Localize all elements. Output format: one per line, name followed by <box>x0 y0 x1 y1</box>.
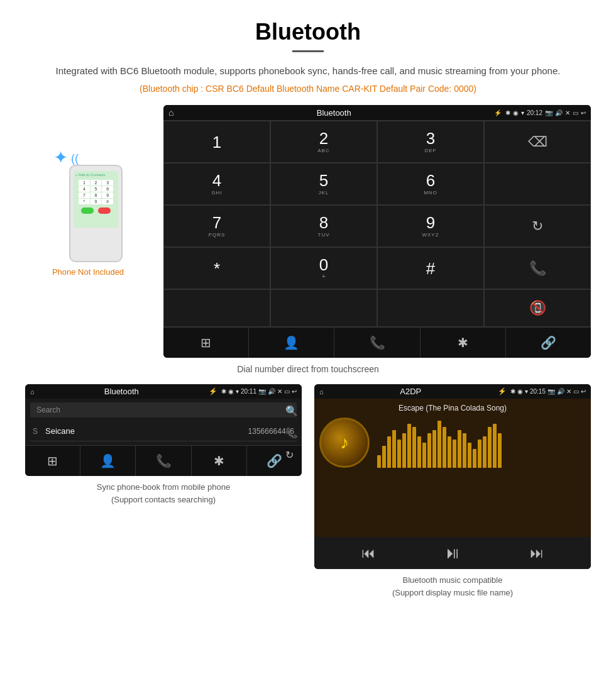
dial-key-end-red[interactable]: 📵 <box>484 289 591 327</box>
window-icon[interactable]: ▭ <box>573 109 578 116</box>
call-icon-bottom-btn[interactable]: 📞 <box>334 328 420 358</box>
usb-icon-pb: ⚡ <box>209 387 217 396</box>
close-icon[interactable]: ✕ <box>565 109 570 116</box>
eq-bar-2 <box>387 436 391 468</box>
dial-key-4[interactable]: 4GHI <box>163 163 270 205</box>
search-side-icon[interactable]: 🔍 <box>285 405 298 417</box>
phonebook-content: Search S Seicane 13566664466 🔍 📞 ↻ <box>25 399 302 445</box>
dial-key-3[interactable]: 3DEF <box>377 121 484 163</box>
end-call-icon: 📵 <box>529 300 546 316</box>
dial-key-8[interactable]: 8TUV <box>270 205 377 247</box>
contact-name: Seicane <box>45 426 243 436</box>
win-pb-icon[interactable]: ▭ <box>284 388 290 395</box>
backspace-icon: ⌫ <box>528 134 547 150</box>
bt-phone-graphic: ✦ (( + Add to Contacts 123 456 789 *0# <box>53 143 123 262</box>
grid-icon: ⊞ <box>47 453 58 468</box>
dial-key-2[interactable]: 2ABC <box>270 121 377 163</box>
back-music-icon[interactable]: ↩ <box>581 388 586 395</box>
dial-num-*: * <box>214 260 220 277</box>
grid-icon-bottom-btn[interactable]: ⊞ <box>25 446 80 476</box>
phone-call-button <box>81 207 94 214</box>
cam-pb-icon: 📷 <box>258 388 266 395</box>
bottom-screenshots-row: ⌂ Bluetooth ⚡ ✱ ◉ ▾ 20:11 📷 🔊 ✕ ▭ ↩ <box>25 384 591 599</box>
bt-status-icon: ✱ <box>505 109 510 116</box>
eq-bar-24 <box>498 433 502 468</box>
eq-bar-14 <box>448 436 451 468</box>
dial-key-9[interactable]: 9WXYZ <box>377 205 484 247</box>
link-icon: 🔗 <box>267 453 282 468</box>
wifi-music-icon: ▾ <box>525 388 528 395</box>
eq-bar-10 <box>427 433 431 468</box>
refresh-icon: ↻ <box>532 218 543 235</box>
contact-row[interactable]: S Seicane 13566664466 <box>30 421 297 441</box>
search-bar[interactable]: Search <box>30 402 297 418</box>
call-icon: 📞 <box>529 260 546 277</box>
back-icon[interactable]: ↩ <box>581 109 586 116</box>
music-screen: ⌂ A2DP ⚡ ✱ ◉ ▾ 20:15 📷 🔊 ✕ ▭ ↩ Escape (T… <box>314 384 591 569</box>
eq-bar-1 <box>382 446 386 468</box>
home-icon[interactable]: ⌂ <box>168 108 173 118</box>
call-icon-bottom-btn[interactable]: 📞 <box>136 446 191 476</box>
back-pb-icon[interactable]: ↩ <box>292 388 297 395</box>
dial-screen: ⌂ Bluetooth ⚡ ✱ ◉ ▾ 20:12 📷 🔊 ✕ ▭ ↩ 12AB… <box>163 105 591 358</box>
music-col: ⌂ A2DP ⚡ ✱ ◉ ▾ 20:15 📷 🔊 ✕ ▭ ↩ Escape (T… <box>314 384 591 599</box>
close-music-icon[interactable]: ✕ <box>566 388 571 395</box>
song-title: Escape (The Pina Colada Song) <box>319 404 586 412</box>
camera-icon: 📷 <box>545 109 553 116</box>
phonebook-side-icons: 🔍 📞 ↻ <box>285 405 298 461</box>
loc-music-icon: ◉ <box>517 388 523 395</box>
eq-bar-15 <box>453 440 456 468</box>
music-screen-title: A2DP <box>327 387 494 396</box>
phone-bottom-buttons <box>79 207 113 214</box>
dial-num-8: 8 <box>319 214 328 231</box>
dial-key-backspace[interactable]: ⌫ <box>484 121 591 163</box>
loc-pb-icon: ◉ <box>228 388 234 395</box>
dial-key-7[interactable]: 7PQRS <box>163 205 270 247</box>
dial-key-refresh[interactable]: ↻ <box>484 205 591 247</box>
phone-end-button <box>98 207 111 214</box>
dial-sub-9: WXYZ <box>422 232 439 238</box>
refresh-side-icon[interactable]: ↻ <box>285 449 298 461</box>
eq-bar-5 <box>402 433 406 468</box>
album-art: ♪ <box>319 418 370 468</box>
home-icon-pb[interactable]: ⌂ <box>30 388 35 396</box>
phonebook-list: Search S Seicane 13566664466 <box>25 399 302 445</box>
link-icon-bottom-btn[interactable]: 🔗 <box>506 328 591 358</box>
bluetooth-icon-bottom-btn[interactable]: ✱ <box>192 446 247 476</box>
location-icon: ◉ <box>513 109 519 116</box>
prev-track-button[interactable]: ⏮ <box>361 545 375 562</box>
close-pb-icon[interactable]: ✕ <box>277 388 282 395</box>
dial-sub-2: ABC <box>317 148 329 153</box>
phone-body: + Add to Contacts 123 456 789 *0# <box>69 165 123 262</box>
usb-icon-music: ⚡ <box>498 387 507 396</box>
eq-bar-9 <box>422 443 426 468</box>
music-status-right: ✱ ◉ ▾ 20:15 📷 🔊 ✕ ▭ ↩ <box>510 388 586 395</box>
dial-key-6[interactable]: 6MNO <box>377 163 484 205</box>
volume-icon: 🔊 <box>555 109 563 116</box>
pb-status-right: ✱ ◉ ▾ 20:11 📷 🔊 ✕ ▭ ↩ <box>221 388 297 395</box>
next-track-button[interactable]: ⏭ <box>530 545 544 562</box>
dial-key-1[interactable]: 1 <box>163 121 270 163</box>
dial-key-*[interactable]: * <box>163 247 270 289</box>
play-pause-button[interactable]: ⏯ <box>444 543 461 563</box>
specs-text: (Bluetooth chip : CSR BC6 Default Blueto… <box>25 84 591 94</box>
dial-key-#[interactable]: # <box>377 247 484 289</box>
contacts-icon-bottom-btn[interactable]: 👤 <box>249 328 334 358</box>
eq-bar-18 <box>468 443 471 468</box>
eq-bar-8 <box>417 436 421 468</box>
dial-status-bar: ⌂ Bluetooth ⚡ ✱ ◉ ▾ 20:12 📷 🔊 ✕ ▭ ↩ <box>163 105 591 120</box>
bluetooth-icon-bottom-btn[interactable]: ✱ <box>421 328 506 358</box>
dial-num-9: 9 <box>426 214 435 231</box>
eq-bar-20 <box>478 440 481 468</box>
contacts-icon-bottom-btn[interactable]: 👤 <box>80 446 136 476</box>
grid-icon-bottom-btn[interactable]: ⊞ <box>163 328 249 358</box>
dial-key-5[interactable]: 5JKL <box>270 163 377 205</box>
win-music-icon[interactable]: ▭ <box>573 388 579 395</box>
call-side-icon[interactable]: 📞 <box>285 427 298 439</box>
dial-key-call-green[interactable]: 📞 <box>484 247 591 289</box>
contacts-icon: 👤 <box>100 453 116 468</box>
grid-icon: ⊞ <box>201 335 211 350</box>
home-icon-music[interactable]: ⌂ <box>319 388 324 396</box>
dial-key-zero-plus[interactable]: 0+ <box>270 247 377 289</box>
bluetooth-icon: ✱ <box>214 453 224 468</box>
